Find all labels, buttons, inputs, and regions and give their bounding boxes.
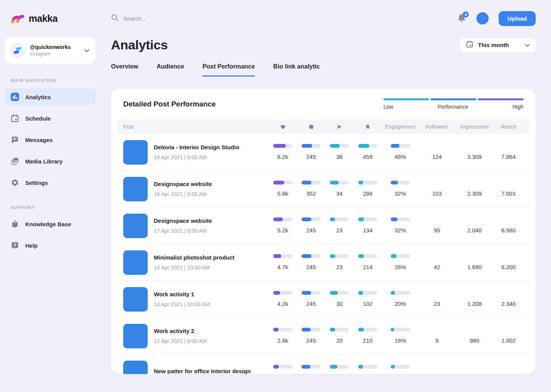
sidebar-item-knowledge-base[interactable]: Knowledge Base: [5, 216, 96, 232]
sidebar-item-messages[interactable]: Messages: [5, 131, 96, 148]
likes-cell: 6.2k: [269, 144, 297, 160]
metric-value: 6.560: [501, 227, 516, 234]
post-thumbnail: [123, 214, 148, 238]
image-icon: [10, 157, 20, 166]
period-selector[interactable]: This month: [460, 38, 536, 52]
saves-cell: 134: [354, 217, 382, 234]
profile-switcher[interactable]: @quickenworks Instagram: [5, 37, 96, 64]
post-title: Designspace website: [154, 181, 212, 187]
table-row[interactable]: Work activity 1 14 Apr 2021 | 10:00 AM 4…: [117, 281, 530, 318]
sidebar-item-settings[interactable]: Settings: [5, 174, 96, 191]
sidebar-section-support-label: SUPPORT: [11, 205, 96, 210]
metric-value: 102: [363, 301, 372, 307]
impressions-cell: 1.690: [455, 254, 494, 271]
user-avatar[interactable]: [476, 12, 489, 24]
metric-value: 134: [363, 227, 372, 234]
metric-value: 245: [306, 154, 316, 160]
performance-bar: [302, 328, 321, 332]
notifications-button[interactable]: 4: [457, 13, 466, 23]
detailed-post-performance-card: Detailed Post Performance Low Performanc…: [111, 89, 536, 374]
reach-cell: 6.560: [494, 217, 523, 234]
performance-bar: [302, 144, 321, 148]
table-row[interactable]: Designspace website 17 Apr 2021 | 9:00 A…: [117, 207, 530, 244]
post-cell: Work activity 1 14 Apr 2021 | 10:00 AM: [123, 287, 269, 312]
calendar-icon: [10, 114, 20, 123]
performance-bar: [302, 291, 321, 295]
post-thumbnail: [123, 361, 148, 374]
performance-legend: Low Performance High: [383, 98, 523, 110]
sidebar-item-help[interactable]: ? Help: [5, 237, 96, 254]
upload-button[interactable]: Upload: [499, 11, 536, 26]
saves-cell: 459: [354, 144, 382, 160]
metric-value: 5.8k: [277, 190, 288, 197]
performance-bar: [391, 291, 410, 295]
brand-logo: makka: [5, 0, 96, 37]
tab-overview[interactable]: Overview: [111, 63, 138, 77]
likes-cell: 5.8k: [269, 181, 297, 197]
tab-bio-link-analytic[interactable]: Bio link analytic: [273, 63, 320, 77]
impressions-cell: [455, 365, 494, 374]
shares-icon: [325, 124, 354, 130]
sidebar-item-media-library[interactable]: Media Library: [5, 153, 96, 170]
comments-cell: 245: [297, 291, 325, 307]
tab-audience[interactable]: Audience: [156, 63, 184, 77]
performance-bar: [358, 328, 377, 332]
engagement-cell: [382, 365, 419, 374]
followers-cell: 95: [419, 217, 455, 234]
tab-post-performance[interactable]: Post Performance: [202, 63, 255, 77]
metric-value: 32%: [395, 190, 406, 197]
performance-bar: [330, 291, 349, 295]
post-date: 12 Apr 2021 | 9:00 AM: [154, 338, 207, 344]
shares-cell: 34: [325, 181, 354, 197]
table-row[interactable]: New patter for office Interior design: [117, 354, 530, 374]
comments-cell: [297, 365, 325, 374]
table-row[interactable]: Delovia - Interior Design Studio 19 Apr …: [117, 134, 530, 171]
sidebar-item-label: Schedule: [25, 115, 51, 122]
sidebar-item-label: Messages: [25, 137, 53, 143]
post-cell: New patter for office Interior design: [123, 361, 269, 374]
post-thumbnail: [123, 177, 148, 201]
metric-value: 1.690: [467, 264, 482, 271]
post-thumbnail: [123, 324, 148, 348]
saves-cell: 210: [354, 328, 382, 344]
followers-cell: 23: [419, 291, 455, 307]
column-post: Post: [123, 124, 269, 130]
metric-value: 23: [336, 227, 343, 234]
post-title: New patter for office Interior design: [154, 368, 251, 374]
post-date: 18 Apr 2021 | 9:00 AM: [154, 191, 212, 197]
metric-value: 245: [306, 301, 316, 307]
post-title: Work activity 1: [154, 291, 210, 297]
column-impressions: Impressions: [455, 124, 494, 130]
engagement-cell: 28%: [382, 254, 419, 271]
search-input[interactable]: [123, 15, 207, 22]
metric-value: 245: [306, 264, 316, 271]
metric-value: 30: [336, 301, 343, 307]
metric-value: 1.002: [501, 337, 516, 344]
metric-value: 23: [434, 301, 440, 307]
metric-value: 352: [306, 190, 316, 197]
likes-icon: [269, 124, 297, 130]
followers-cell: 42: [419, 254, 455, 271]
table-header: Post Engagement Followers Impressions Re…: [117, 119, 530, 134]
notifications-badge: 4: [463, 11, 469, 18]
sidebar-item-schedule[interactable]: Schedule: [5, 110, 96, 127]
performance-bar: [391, 144, 410, 148]
table-row[interactable]: Work activity 2 12 Apr 2021 | 9:00 AM 2.…: [117, 318, 530, 354]
performance-bar: [273, 328, 292, 332]
metric-value: 1.208: [467, 301, 482, 307]
topbar: 4 Upload: [111, 0, 536, 37]
sidebar: makka @quickenworks Instagram MAIN NAVIG…: [0, 0, 100, 392]
table-row[interactable]: Minimalist photoshot product 14 Apr 2021…: [117, 244, 530, 281]
performance-bar: [302, 181, 321, 185]
sidebar-item-analytics[interactable]: Analytics: [5, 88, 96, 105]
chat-icon: [10, 135, 20, 144]
table-row[interactable]: Designspace website 18 Apr 2021 | 9:00 A…: [117, 171, 530, 207]
likes-cell: 5.2k: [269, 217, 297, 234]
reach-cell: 7.864: [494, 144, 523, 160]
calendar-icon: [466, 41, 473, 49]
shares-cell: 20: [325, 328, 354, 344]
search-box[interactable]: [111, 14, 207, 23]
metric-value: 4.7k: [277, 264, 288, 271]
profile-avatar: [10, 43, 25, 58]
metric-value: 28%: [395, 264, 406, 271]
